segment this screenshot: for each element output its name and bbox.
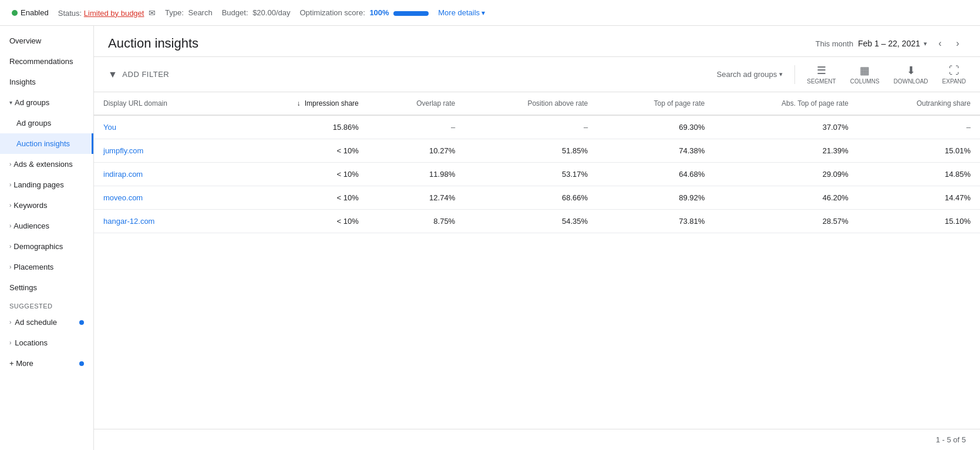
opt-score-label: Optimization score:: [299, 8, 365, 17]
cell-value: < 10%: [233, 139, 368, 163]
cell-domain: moveo.com: [94, 186, 233, 210]
sidebar-section-adgroups[interactable]: ▾ Ad groups: [0, 92, 93, 113]
sidebar-section-ads-extensions[interactable]: › Ads & extensions: [0, 154, 93, 174]
col-impression-share[interactable]: ↓ Impression share: [233, 92, 368, 115]
toolbar-right: Search ad groups ▾ ☰ SEGMENT ▦ COLUMNS ⬇…: [712, 62, 971, 87]
sidebar-item-locations[interactable]: › Locations: [0, 333, 93, 353]
sidebar-section-label: Placements: [14, 263, 53, 271]
expand-label: EXPAND: [942, 78, 966, 85]
download-icon: ⬇: [907, 64, 915, 77]
col-domain[interactable]: Display URL domain: [94, 92, 233, 115]
col-overlap-rate[interactable]: Overlap rate: [368, 92, 464, 115]
page-title: Auction insights: [108, 36, 198, 51]
chevron-right-icon: ›: [9, 319, 11, 325]
main-layout: Overview Recommendations Insights ▾ Ad g…: [0, 26, 980, 450]
cell-value: 37.07%: [714, 115, 858, 139]
cell-value: 73.81%: [597, 210, 714, 233]
opt-score-item: Optimization score: 100%: [299, 8, 429, 17]
col-outranking-share[interactable]: Outranking share: [858, 92, 980, 115]
chevron-right-icon: ›: [9, 340, 11, 346]
status-limited[interactable]: Limited by budget: [84, 9, 144, 18]
columns-icon: ▦: [860, 64, 870, 77]
segment-button[interactable]: ☰ SEGMENT: [802, 62, 840, 87]
cell-value: 10.27%: [368, 139, 464, 163]
cell-value: 74.38%: [597, 139, 714, 163]
segment-icon: ☰: [817, 64, 826, 77]
cell-value: –: [464, 115, 597, 139]
col-position-above-rate[interactable]: Position above rate: [464, 92, 597, 115]
segment-label: SEGMENT: [807, 78, 836, 85]
budget-item: Budget: $20.00/day: [222, 8, 291, 17]
download-button[interactable]: ⬇ DOWNLOAD: [889, 62, 933, 87]
cell-value: 12.74%: [368, 186, 464, 210]
page-header: Auction insights This month Feb 1 – 22, …: [94, 26, 980, 57]
add-filter-button[interactable]: ▼ ADD FILTER: [103, 66, 174, 83]
expand-button[interactable]: ⛶ EXPAND: [938, 62, 971, 87]
sort-arrow-icon: ↓: [297, 99, 300, 108]
cell-domain: hangar-12.com: [94, 210, 233, 233]
date-range-dropdown[interactable]: Feb 1 – 22, 2021 ▾: [858, 39, 927, 48]
sidebar-section-label: Ad groups: [15, 98, 49, 107]
table-row: You15.86%––69.30%37.07%–: [94, 115, 980, 139]
enabled-label: Enabled: [21, 8, 49, 17]
sidebar-item-label: Recommendations: [9, 57, 73, 66]
table-row: hangar-12.com< 10%8.75%54.35%73.81%28.57…: [94, 210, 980, 233]
chevron-right-icon: ›: [9, 223, 11, 229]
toolbar-divider: [794, 65, 795, 84]
sidebar-item-settings[interactable]: Settings: [0, 277, 93, 298]
date-next-button[interactable]: ›: [949, 35, 966, 52]
sidebar-section-placements[interactable]: › Placements: [0, 257, 93, 277]
date-picker[interactable]: This month Feb 1 – 22, 2021 ▾ ‹ ›: [816, 35, 966, 52]
table-row: jumpfly.com< 10%10.27%51.85%74.38%21.39%…: [94, 139, 980, 163]
sidebar-item-adgroups[interactable]: Ad groups: [0, 113, 93, 133]
sidebar-section-landing-pages[interactable]: › Landing pages: [0, 174, 93, 195]
budget-value: $20.00/day: [252, 8, 290, 17]
col-top-of-page-rate[interactable]: Top of page rate: [597, 92, 714, 115]
cell-value: 64.68%: [597, 163, 714, 186]
cell-value: 53.17%: [464, 163, 597, 186]
mail-icon[interactable]: ✉: [149, 8, 156, 18]
sidebar-section-label: Ads & extensions: [14, 160, 72, 169]
sidebar-item-recommendations[interactable]: Recommendations: [0, 51, 93, 72]
pagination: 1 - 5 of 5: [94, 429, 980, 450]
more-details-label: More details: [438, 8, 480, 17]
table-row: indirap.com< 10%11.98%53.17%64.68%29.09%…: [94, 163, 980, 186]
more-details-button[interactable]: More details ▾: [438, 8, 485, 17]
table-row: moveo.com< 10%12.74%68.66%89.92%46.20%14…: [94, 186, 980, 210]
auction-insights-table: Display URL domain ↓ Impression share Ov…: [94, 92, 980, 233]
chevron-right-icon: ›: [9, 264, 11, 270]
cell-value: 29.09%: [714, 163, 858, 186]
sidebar-item-insights[interactable]: Insights: [0, 72, 93, 92]
sidebar-item-label: Locations: [15, 338, 48, 347]
enabled-status: Enabled: [12, 8, 49, 17]
sidebar-item-label: Overview: [9, 36, 41, 45]
status-item: Status: Limited by budget ✉: [58, 8, 156, 18]
sidebar-section-audiences[interactable]: › Audiences: [0, 216, 93, 236]
date-range-value: Feb 1 – 22, 2021: [858, 39, 920, 48]
pagination-text: 1 - 5 of 5: [936, 435, 966, 444]
col-abs-top-of-page-rate[interactable]: Abs. Top of page rate: [714, 92, 858, 115]
expand-icon: ⛶: [949, 65, 959, 77]
chevron-down-icon: ▾: [9, 99, 12, 106]
table-header-row: Display URL domain ↓ Impression share Ov…: [94, 92, 980, 115]
cell-value: 46.20%: [714, 186, 858, 210]
cell-value: 68.66%: [464, 186, 597, 210]
sidebar-item-auction-insights[interactable]: Auction insights: [0, 133, 93, 154]
cell-value: 15.86%: [233, 115, 368, 139]
table-container: Display URL domain ↓ Impression share Ov…: [94, 92, 980, 429]
sidebar-section-keywords[interactable]: › Keywords: [0, 195, 93, 216]
cell-value: 14.85%: [858, 163, 980, 186]
search-ad-groups-button[interactable]: Search ad groups ▾: [712, 66, 788, 82]
chevron-down-icon: ▾: [481, 9, 485, 17]
status-label: Status:: [58, 9, 82, 18]
sidebar-item-more[interactable]: + More: [0, 353, 93, 374]
cell-domain: You: [94, 115, 233, 139]
date-prev-button[interactable]: ‹: [932, 35, 948, 52]
cell-value: < 10%: [233, 210, 368, 233]
sidebar-section-demographics[interactable]: › Demographics: [0, 236, 93, 257]
sidebar-item-ad-schedule[interactable]: › Ad schedule: [0, 312, 93, 333]
sidebar-item-overview[interactable]: Overview: [0, 31, 93, 51]
cell-value: 15.10%: [858, 210, 980, 233]
chevron-right-icon: ›: [9, 243, 11, 250]
columns-button[interactable]: ▦ COLUMNS: [846, 62, 884, 87]
